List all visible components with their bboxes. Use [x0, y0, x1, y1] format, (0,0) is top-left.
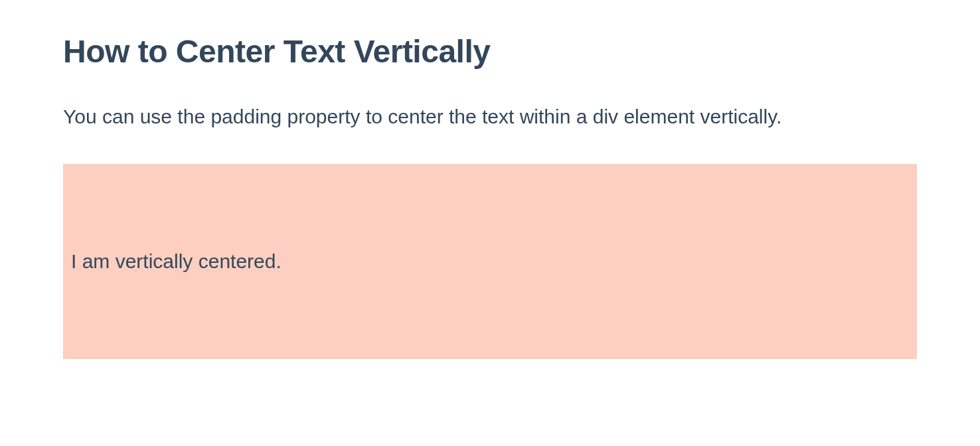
- demo-text: I am vertically centered.: [71, 250, 282, 272]
- description-text: You can use the padding property to cent…: [63, 103, 860, 131]
- page-title: How to Center Text Vertically: [63, 33, 917, 70]
- demo-container: I am vertically centered.: [63, 164, 917, 359]
